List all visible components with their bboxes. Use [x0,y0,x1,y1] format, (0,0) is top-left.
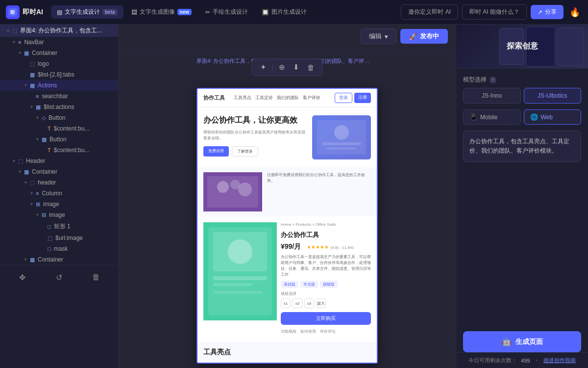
tree-item-label: Button [49,136,114,143]
tree-arrow: ▼ [24,83,27,88]
pricing-tag-1: 基础版 [281,281,298,288]
pricing-info-2: 如何使用 [300,329,316,334]
tree-item-7[interactable]: ▼ ▦ $list:actions [0,102,118,112]
guide-link[interactable]: 描述创作指南 [543,357,576,364]
canvas-tool-delete[interactable]: 🗑 [305,62,317,73]
nav-tab-text-design[interactable]: ▤ 文字生成设计 beta [51,5,123,19]
device-web[interactable]: 🌐 Web [524,109,582,125]
nav-tab-sketch[interactable]: ✏ 手绘生成设计 [199,5,254,19]
tree-item-13[interactable]: ▼ ▦ Container [0,166,118,177]
tree-type-icon: ≡ [18,39,21,45]
tree-item-5[interactable]: ▼ ▦ Actions [0,80,118,91]
tree-item-17[interactable]: ▼ ⊟ image [0,210,118,220]
nav-right: 邀你定义即时 AI 即时 AI 能做什么？ ↗ 分享 🔥 [401,4,582,20]
tree-type-icon: ▦ [36,104,41,110]
share-button[interactable]: ↗ 分享 [531,5,564,19]
device-grid: 📱 Mobile 🌐 Web [463,109,581,125]
right-panel-body: 模型选择 ? JS-Inno JS-Ulbotics 📱 Mobile 🌐 We… [456,69,588,331]
custom-ai-button[interactable]: 邀你定义即时 AI [401,4,458,20]
tree-item-18[interactable]: □ 矩形 1 [0,220,118,233]
pricing-size-2: x2 [293,298,302,308]
tree-type-icon: ▦ [42,136,47,143]
canvas-tool-download[interactable]: ⬇ [291,62,301,73]
fire-button[interactable]: 🔥 [567,5,582,20]
model-card-inno[interactable]: JS-Inno [463,88,521,104]
tree-item-9[interactable]: T $content:bu... [0,123,118,134]
publish-button[interactable]: 🚀 发布中 [400,29,448,44]
center-panel: 编辑 ▾ 🚀 发布中 ✦ ⊕ ⬇ 🗑 界面4: 办公协作工具，包含工具亮点、工具… [119,25,456,368]
canvas-area: ✦ ⊕ ⬇ 🗑 界面4: 办公协作工具，包含工具亮点、工具定价、我们的团队、客户… [119,49,456,368]
model-section: 模型选择 ? JS-Inno JS-Ulbotics [463,76,581,104]
tree-item-4[interactable]: ▦ $list-[2,6]:tabs [0,69,118,80]
center-toolbar: 编辑 ▾ 🚀 发布中 [119,25,456,49]
pricing-info-links: 功能规格 如何使用 评价评论 [281,329,371,334]
tree-item-15[interactable]: ▼ ≡ Column [0,188,118,199]
preview-section2: 注册即可免费试用我们的办公协作工具，提高您的工作效率。 [197,167,377,216]
tree-item-20[interactable]: □ mask [0,243,118,254]
preview-register-btn: 注册 [354,93,371,103]
tree-type-icon: ⬚ [12,27,17,34]
tree-item-label: logo [38,60,114,67]
canvas-tool-copy[interactable]: ⊕ [277,62,287,73]
pricing-breadcrumb: Home > Products > Office Suite [281,222,371,227]
tree-item-21[interactable]: ▼ ▦ Container [0,254,118,265]
model-card-ulbotics[interactable]: JS-Ulbotics [524,88,582,104]
tree-item-label: Actions [38,82,114,89]
tree-item-label: Button [49,114,114,121]
tree-item-14[interactable]: ▼ ⬚ header [0,177,118,188]
tree-type-icon: ⊞ [36,201,40,208]
move-tool-button[interactable]: ✥ [15,269,30,285]
tree-item-1[interactable]: ▼ ≡ NavBar [0,37,118,48]
device-mobile[interactable]: 📱 Mobile [463,109,521,125]
tree-item-0[interactable]: ▼ ⬚ 界面4: 办公协作工具，包含工... [0,25,118,37]
tree-item-6[interactable]: ≡ searchbar [0,91,118,102]
edit-button[interactable]: 编辑 ▾ [361,28,396,44]
tree-arrow: ▼ [18,169,22,174]
tree-item-19[interactable]: ⬚ $url:image [0,233,118,243]
text-design-icon: ▤ [57,9,62,16]
preview-pricing: Home > Products > Office Suite 办公协作工具 ¥9… [197,216,377,342]
tree-item-label: NavBar [24,39,114,46]
tree-item-label: $content:bu... [54,125,114,132]
tree-type-icon: T [48,126,51,131]
canvas-tool-move[interactable]: ✦ [258,62,269,73]
tree-item-12[interactable]: ▼ ⬚ Header [0,156,118,166]
generate-button[interactable]: 🤖 生成页面 [463,331,581,352]
pricing-info-3: 评价评论 [320,329,336,334]
rotate-tool-button[interactable]: ↺ [51,269,67,285]
delete-tool-button[interactable]: 🗑 [88,269,104,285]
tree-type-icon: ▦ [30,257,35,263]
top-navigation: 即 即时AI ▤ 文字生成设计 beta 🖼 文字生成图像 new ✏ 手绘生成… [0,0,588,25]
preview-hero: 办公协作工具，让你更高效 帮助你和你的团队办公协作工具提高用户使用效率从而实现更… [197,107,377,167]
nav-tab-image-design[interactable]: 🔲 图片生成设计 [256,5,313,19]
explore-banner: 探索创意 [456,25,588,69]
help-icon[interactable]: ? [490,77,496,83]
tree-item-2[interactable]: ▼ ▦ Container [0,48,118,58]
tree-item-3[interactable]: ⬚ logo [0,58,118,69]
tree-type-icon: ▦ [30,72,35,78]
tree-item-11[interactable]: T $content:bu... [0,145,118,156]
preview-link-2: 工具定价 [255,95,273,101]
what-ai-button[interactable]: 即时 AI 能做什么？ [462,4,527,20]
tree-item-10[interactable]: ▼ ▦ Button [0,134,118,145]
tree-arrow: ▼ [12,158,16,163]
tree-arrow: ▼ [35,137,39,142]
nav-tab-text-image[interactable]: 🖼 文字生成图像 new [125,5,197,19]
tree-item-16[interactable]: ▼ ⊞ image [0,199,118,210]
tree-item-8[interactable]: ▼ ◇ Button [0,112,118,123]
tree-type-icon: ▦ [24,169,29,175]
pricing-info-1: 功能规格 [281,329,296,334]
svg-point-9 [217,181,229,193]
tree-item-label: 界面4: 办公协作工具，包含工... [20,26,114,35]
tree-type-icon: ▦ [30,82,35,89]
tree-type-icon: ≡ [36,190,39,196]
preview-section2-content: 注册即可免费试用我们的办公协作工具，提高您的工作效率。 [267,172,371,184]
preview-link-1: 工具亮点 [234,95,251,101]
tree-item-label: searchbar [42,93,114,100]
preview-hero-btn1: 免费试用 [203,146,229,157]
pricing-tags: 基础版 专业版 旗舰版 [281,281,371,288]
tree-item-label: header [38,179,114,186]
preview-hero-image [312,115,371,159]
preview-hero-btn2: 了解更多 [232,146,258,157]
preview-features: 工具亮点 [197,342,377,363]
